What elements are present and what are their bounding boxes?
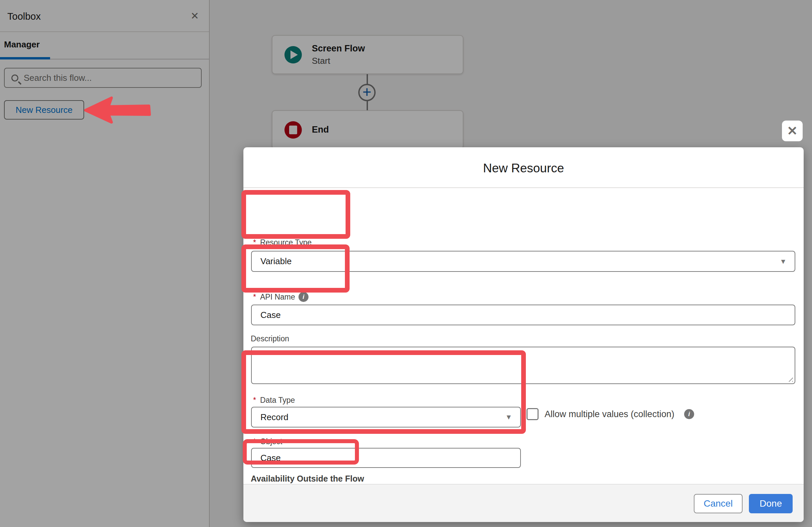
info-icon[interactable]: i — [684, 409, 694, 419]
modal-header: New Resource — [243, 147, 804, 188]
resource-type-select[interactable]: Variable ▼ — [251, 251, 795, 272]
new-resource-modal: New Resource * Resource Type Variable ▼ … — [243, 147, 804, 522]
allow-multiple-label: Allow multiple values (collection) — [545, 409, 675, 419]
data-type-select[interactable]: Record ▼ — [251, 407, 521, 427]
required-asterisk: * — [253, 396, 256, 405]
chevron-down-icon: ▼ — [505, 413, 512, 421]
data-type-value: Record — [252, 412, 289, 423]
required-asterisk: * — [253, 293, 256, 302]
object-label: * Object — [253, 437, 282, 446]
data-type-label: * Data Type — [253, 396, 295, 405]
allow-multiple-checkbox[interactable] — [526, 408, 539, 420]
object-input[interactable] — [252, 453, 493, 463]
modal-footer: Cancel Done — [243, 484, 804, 522]
availability-heading: Availability Outside the Flow — [251, 474, 364, 484]
cancel-button[interactable]: Cancel — [694, 494, 742, 513]
required-asterisk: * — [253, 437, 256, 446]
api-name-label: * API Name i — [253, 292, 308, 302]
info-icon[interactable]: i — [299, 292, 308, 302]
description-input[interactable] — [252, 347, 795, 383]
description-label: Description — [251, 334, 289, 343]
resource-type-value: Variable — [252, 256, 291, 267]
api-name-field[interactable] — [251, 304, 795, 325]
close-icon: ✕ — [787, 124, 798, 138]
chevron-down-icon: ▼ — [780, 257, 787, 266]
modal-close-button[interactable]: ✕ — [782, 120, 803, 141]
resource-type-label: * Resource Type — [253, 238, 311, 247]
done-button[interactable]: Done — [749, 494, 793, 513]
modal-title: New Resource — [243, 161, 804, 175]
api-name-input[interactable] — [252, 310, 740, 320]
flow-builder-screen: Toolbox ✕ Manager New Resource Screen Fl… — [0, 0, 812, 527]
object-field[interactable] — [251, 448, 521, 468]
description-field[interactable] — [251, 347, 795, 384]
required-asterisk: * — [253, 238, 256, 247]
